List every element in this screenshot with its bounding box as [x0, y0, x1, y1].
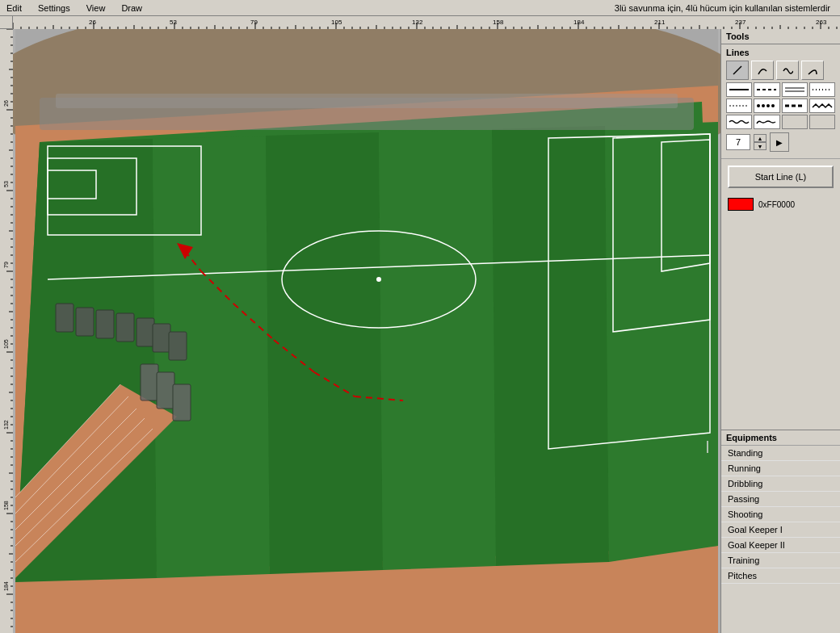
color-row: 0xFF0000 [728, 198, 834, 211]
svg-rect-36 [136, 318, 154, 346]
ruler-h-canvas [13, 16, 840, 29]
equip-pitches[interactable]: Pitches [721, 568, 840, 584]
curve-button[interactable] [751, 61, 774, 80]
svg-rect-33 [76, 308, 94, 336]
wave-button[interactable] [776, 61, 799, 80]
menu-draw[interactable]: Draw [118, 2, 145, 15]
svg-rect-35 [116, 313, 134, 342]
equip-goalkeeper1[interactable]: Goal Keeper I [721, 522, 840, 538]
spacer [721, 214, 840, 430]
svg-rect-40 [157, 372, 174, 409]
line-dot-solid[interactable] [754, 99, 779, 113]
ruler-corner [0, 16, 13, 29]
svg-point-52 [757, 104, 760, 107]
svg-rect-41 [173, 384, 191, 421]
canvas-container: Tools Lines [0, 16, 840, 633]
svg-point-53 [762, 104, 765, 107]
spin-container: ▲ ▼ [754, 134, 766, 150]
play-button[interactable]: ▶ [770, 132, 789, 152]
line-thick-dash[interactable] [782, 99, 808, 113]
main-layout: Tools Lines [0, 16, 840, 633]
ruler-top [13, 16, 840, 29]
line-double[interactable] [782, 82, 808, 97]
svg-marker-7 [379, 129, 496, 570]
size-row: 7 ▲ ▼ ▶ [726, 132, 835, 152]
size-input[interactable]: 7 [726, 134, 750, 150]
equip-running[interactable]: Running [721, 461, 840, 476]
svg-rect-38 [169, 332, 187, 360]
arc-button[interactable] [801, 61, 824, 80]
line-dashed[interactable] [754, 82, 779, 97]
equipments-section: Equipments Standing Running Dribbling Pa… [721, 430, 840, 633]
ruler-left [0, 29, 13, 633]
line-empty1 [782, 115, 808, 129]
color-hex-label: 0xFF0000 [758, 200, 795, 209]
svg-rect-43 [56, 94, 678, 108]
equip-shooting[interactable]: Shooting [721, 507, 840, 522]
line-tools-row [726, 61, 835, 80]
line-solid[interactable] [726, 82, 752, 97]
right-panel: Tools Lines [720, 29, 840, 633]
svg-point-20 [376, 277, 381, 282]
equip-passing[interactable]: Passing [721, 492, 840, 507]
spin-up[interactable]: ▲ [754, 134, 766, 142]
line-style-row-3 [726, 115, 835, 129]
equip-dribbling[interactable]: Dribbling [721, 476, 840, 492]
svg-rect-37 [153, 324, 170, 352]
equipments-label: Equipments [721, 430, 840, 446]
line-dotted[interactable] [809, 82, 835, 97]
equip-training[interactable]: Training [721, 553, 840, 568]
field-canvas[interactable] [13, 29, 720, 633]
svg-rect-32 [56, 304, 74, 332]
tools-label: Tools [721, 29, 840, 44]
svg-rect-34 [96, 310, 114, 338]
line-wavy1[interactable] [726, 115, 752, 129]
svg-marker-6 [266, 132, 383, 574]
line-dotted2[interactable] [726, 99, 752, 113]
svg-point-54 [766, 104, 770, 107]
equip-goalkeeper2[interactable]: Goal Keeper II [721, 538, 840, 553]
window-title: 3lü savunma için, 4lü hücum için kullanı… [615, 3, 837, 13]
line-wavy2[interactable] [754, 115, 779, 129]
svg-point-55 [771, 104, 775, 107]
field-svg [13, 29, 720, 633]
menu-bar: Edit Settings View Draw 3lü savunma için… [0, 0, 840, 16]
line-zigzag[interactable] [809, 99, 835, 113]
ruler-v-canvas [0, 29, 13, 633]
menu-view[interactable]: View [83, 2, 109, 15]
menu-edit[interactable]: Edit [3, 2, 25, 15]
svg-marker-8 [492, 126, 609, 566]
spin-down[interactable]: ▼ [754, 142, 766, 150]
line-empty2 [809, 115, 835, 129]
color-swatch[interactable] [728, 198, 754, 211]
line-style-row-2 [726, 99, 835, 113]
lines-section: Lines [721, 44, 840, 159]
menu-settings[interactable]: Settings [35, 2, 74, 15]
straight-line-button[interactable] [726, 61, 749, 80]
svg-line-45 [733, 66, 741, 74]
start-line-button[interactable]: Start Line (L) [728, 166, 834, 188]
svg-rect-39 [141, 364, 158, 400]
line-styles-grid [726, 82, 835, 129]
equip-standing[interactable]: Standing [721, 446, 840, 461]
lines-label: Lines [726, 48, 835, 57]
line-style-row-1 [726, 82, 835, 97]
